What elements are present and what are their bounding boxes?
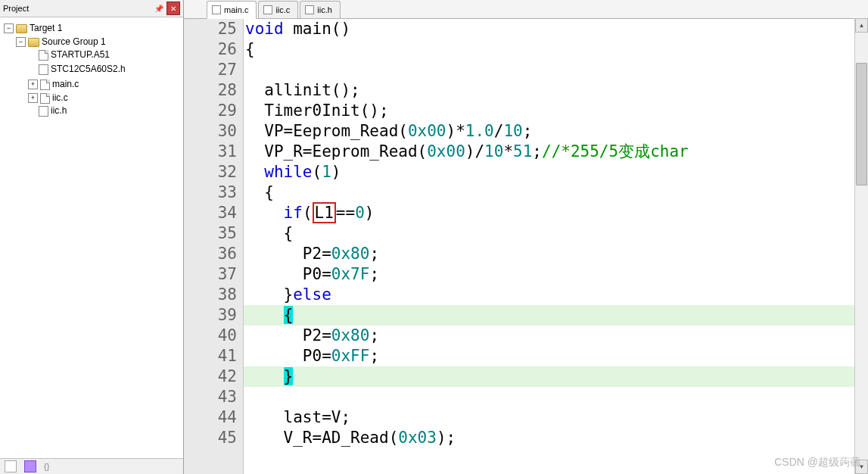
line-number: 29 <box>184 101 237 121</box>
line-number: 27 <box>184 60 237 80</box>
spacer <box>28 51 36 59</box>
line-number: 39 <box>184 305 237 326</box>
tab-iic-c[interactable]: iic.c <box>258 1 298 18</box>
code-line: P2=0x80; <box>244 244 868 264</box>
code-line <box>244 387 868 407</box>
tab-label: main.c <box>224 5 248 14</box>
expand-icon[interactable]: − <box>4 23 14 33</box>
tree-label: Target 1 <box>30 22 62 35</box>
tab-main-c[interactable]: main.c <box>207 1 257 19</box>
code-body[interactable]: void main() { allinit(); Timer0Init(); V… <box>244 19 868 474</box>
line-number: 34 <box>184 203 237 223</box>
code-line: Timer0Init(); <box>244 101 868 121</box>
line-number: 38 <box>184 285 237 305</box>
code-line: void main() <box>244 19 868 39</box>
file-icon <box>39 64 48 75</box>
line-number: 43 <box>184 387 237 407</box>
line-number: 31 <box>184 142 237 162</box>
file-icon <box>40 93 50 104</box>
line-number: 26 <box>184 39 237 60</box>
toolbar-icon[interactable] <box>24 460 36 472</box>
line-number: 25 <box>184 19 237 39</box>
scroll-thumb[interactable] <box>856 63 867 186</box>
line-gutter: 2526272829303132333435363738394041424344… <box>184 19 244 474</box>
brace-highlight: } <box>284 367 294 385</box>
file-icon <box>212 5 221 14</box>
tree-label: Source Group 1 <box>42 36 106 48</box>
tree-file[interactable]: iic.h <box>28 104 67 117</box>
code-line: last=V; <box>244 407 868 428</box>
tree-label: iic.h <box>51 104 67 117</box>
project-tree[interactable]: − Target 1 − Source Group 1 ST <box>0 17 183 458</box>
vertical-scrollbar[interactable]: ▲ ▼ <box>854 18 868 474</box>
line-number: 45 <box>184 428 237 448</box>
bottom-toolbar: {} <box>0 458 183 474</box>
line-number: 30 <box>184 121 237 142</box>
tree-file[interactable]: +iic.c <box>28 92 68 104</box>
expand-icon[interactable]: + <box>28 80 38 89</box>
code-line: VP_R=Eeprom_Read(0x00)/10*51;//*255/5变成c… <box>244 142 868 162</box>
panel-header: Project 📌 ✕ <box>0 0 183 17</box>
folder-icon <box>28 38 39 47</box>
tree-root[interactable]: − Target 1 <box>4 22 62 35</box>
line-number: 35 <box>184 223 237 244</box>
expand-icon[interactable]: − <box>16 37 26 47</box>
code-line <box>244 60 868 80</box>
code-line: } <box>244 366 868 387</box>
line-number: 36 <box>184 244 237 264</box>
folder-icon <box>16 24 27 33</box>
panel-title: Project <box>3 4 151 13</box>
code-line: P0=0x7F; <box>244 264 868 285</box>
tree-file[interactable]: STARTUP.A51 <box>28 48 110 61</box>
tree-file[interactable]: STC12C5A60S2.h <box>28 63 126 76</box>
tab-iic-h[interactable]: iic.h <box>300 1 341 18</box>
brace-highlight: { <box>284 306 294 324</box>
file-icon <box>39 50 48 61</box>
line-number: 41 <box>184 346 237 366</box>
spacer <box>28 65 36 73</box>
editor-area: main.c iic.c iic.h 252627282930313233343… <box>184 0 868 474</box>
code-line: V_R=AD_Read(0x03); <box>244 428 868 448</box>
highlight-box: L1 <box>313 202 336 223</box>
tree-label: iic.c <box>52 92 68 104</box>
tree-label: STARTUP.A51 <box>51 48 110 61</box>
code-editor[interactable]: 2526272829303132333435363738394041424344… <box>184 19 868 474</box>
code-line: }else <box>244 285 868 305</box>
line-number: 28 <box>184 80 237 101</box>
tree-group[interactable]: − Source Group 1 <box>16 36 106 48</box>
tab-bar: main.c iic.c iic.h <box>184 0 868 19</box>
tab-label: iic.h <box>317 5 332 14</box>
tree-label: main.c <box>52 78 79 91</box>
code-line: { <box>244 182 868 203</box>
tree-file[interactable]: +main.c <box>28 78 79 91</box>
code-line: { <box>244 305 868 326</box>
scroll-down-button[interactable]: ▼ <box>855 460 868 474</box>
code-line: P0=0xFF; <box>244 346 868 366</box>
expand-icon[interactable]: + <box>28 93 38 103</box>
tree-label: STC12C5A60S2.h <box>51 63 126 76</box>
line-number: 37 <box>184 264 237 285</box>
code-line: allinit(); <box>244 80 868 101</box>
line-number: 40 <box>184 326 237 346</box>
code-line: P2=0x80; <box>244 326 868 346</box>
scroll-up-button[interactable]: ▲ <box>855 18 868 33</box>
toolbar-text: {} <box>44 462 49 471</box>
file-icon <box>39 106 48 117</box>
tab-label: iic.c <box>275 5 290 14</box>
pin-icon[interactable]: 📌 <box>153 2 165 14</box>
line-number: 42 <box>184 366 237 387</box>
code-line: VP=Eeprom_Read(0x00)*1.0/10; <box>244 121 868 142</box>
close-icon[interactable]: ✕ <box>166 2 180 15</box>
line-number: 33 <box>184 182 237 203</box>
scroll-track[interactable] <box>855 33 868 460</box>
file-icon <box>263 5 272 14</box>
code-line: { <box>244 223 868 244</box>
project-panel: Project 📌 ✕ − Target 1 − <box>0 0 184 474</box>
spacer <box>28 107 36 115</box>
code-line: while(1) <box>244 162 868 182</box>
toolbar-icon[interactable] <box>5 460 17 472</box>
line-number: 44 <box>184 407 237 428</box>
file-icon <box>40 80 50 90</box>
file-icon <box>305 5 314 14</box>
code-line: if(L1==0) <box>244 203 868 223</box>
